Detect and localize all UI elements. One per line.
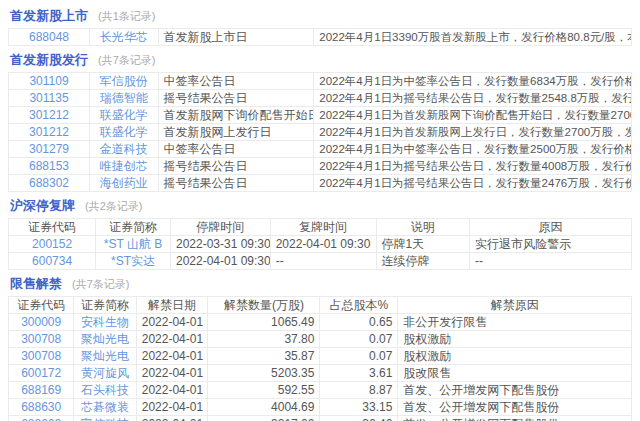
data-cell: 2022年4月1日为首发新股网下询价配售开始日，发行数量2700万股，发行... — [314, 107, 632, 124]
stock-name-cell: 安科生物 — [74, 314, 136, 331]
stock-code-cell: 688630 — [9, 399, 74, 416]
stock-name-link[interactable]: 聚灿光电 — [81, 349, 129, 363]
stock-code-cell: 301212 — [9, 107, 90, 124]
data-cell: 首发新股网上发行日 — [158, 124, 314, 141]
stock-code-cell: 688169 — [9, 382, 74, 399]
data-cell: 0.65 — [320, 314, 398, 331]
record-count: (共7条记录) — [98, 53, 155, 68]
stock-code-cell: 600172 — [9, 365, 74, 382]
stock-name-cell: 聚灿光电 — [74, 348, 136, 365]
suspension-resumption-table: 证券代码证券简称停牌时间复牌时间说明原因200152*ST 山航 B2022-0… — [8, 218, 632, 270]
stock-name-link[interactable]: 芯碁微装 — [81, 400, 129, 414]
stock-code-link[interactable]: 301212 — [29, 108, 69, 122]
stock-name-cell: 联盛化学 — [89, 107, 158, 124]
stock-code-link[interactable]: 688302 — [29, 176, 69, 190]
column-header: 证券代码 — [9, 219, 96, 236]
stock-name-cell: *ST 山航 B — [96, 236, 171, 253]
data-cell: 首发新股上市日 — [158, 29, 314, 46]
stock-name-link[interactable]: 唯捷创芯 — [100, 159, 148, 173]
stock-code-link[interactable]: 300708 — [21, 349, 61, 363]
table-row: 300708聚灿光电2022-04-0135.870.07股权激励 — [9, 348, 632, 365]
section-header: 首发新股发行 (共7条记录) — [10, 51, 632, 69]
stock-code-cell: 300708 — [9, 331, 74, 348]
section-title: 限售解禁 — [10, 275, 62, 293]
column-header: 解禁数量(万股) — [208, 297, 320, 314]
data-cell: 股权激励 — [398, 331, 632, 348]
stock-name-link[interactable]: 金道科技 — [100, 142, 148, 156]
data-cell: 股改限售 — [398, 365, 632, 382]
table-row: 200152*ST 山航 B2022-03-31 09:302022-04-01… — [9, 236, 632, 253]
data-cell: 2022-04-01 — [136, 348, 208, 365]
stock-name-link[interactable]: 石头科技 — [81, 383, 129, 397]
data-cell: 摇号结果公告日 — [158, 158, 314, 175]
section-header: 限售解禁 (共7条记录) — [10, 275, 632, 293]
data-cell: 35.87 — [208, 348, 320, 365]
stock-name-link[interactable]: 黄河旋风 — [81, 366, 129, 380]
data-cell: 摇号结果公告日 — [158, 175, 314, 192]
column-header: 解禁日期 — [136, 297, 208, 314]
table-row: 688153唯捷创芯摇号结果公告日2022年4月1日为摇号结果公告日，发行数量4… — [9, 158, 632, 175]
stock-name-link[interactable]: 联盛化学 — [100, 108, 148, 122]
stock-code-link[interactable]: 688169 — [21, 383, 61, 397]
stock-name-link[interactable]: 长光华芯 — [100, 30, 148, 44]
table-row: 688302海创药业摇号结果公告日2022年4月1日为摇号结果公告日，发行数量2… — [9, 175, 632, 192]
stock-code-cell: 301212 — [9, 124, 90, 141]
stock-code-link[interactable]: 301135 — [29, 91, 68, 105]
stock-code-link[interactable]: 301109 — [29, 74, 68, 88]
stock-code-link[interactable]: 301279 — [29, 142, 69, 156]
data-cell: 2022-04-01 — [136, 399, 208, 416]
table-row: 300009安科生物2022-04-011065.490.65非公开发行限售 — [9, 314, 632, 331]
stock-name-cell: 黄河旋风 — [74, 365, 136, 382]
stock-name-link[interactable]: 瑞德智能 — [100, 91, 148, 105]
data-cell: 2022年4月1日为中签率公告日，发行数量6834万股，发行价格34.81元/股… — [314, 73, 632, 90]
table-header-row: 证券代码证券简称解禁日期解禁数量(万股)占总股本%解禁原因 — [9, 297, 632, 314]
column-header: 占总股本% — [320, 297, 398, 314]
stock-name-link[interactable]: 军信股份 — [100, 74, 148, 88]
stock-events-page: 首发新股上市 (共1条记录) 688048长光华芯首发新股上市日2022年4月1… — [0, 0, 640, 421]
stock-name-link[interactable]: 海创药业 — [100, 176, 148, 190]
stock-name-cell: 金道科技 — [89, 141, 158, 158]
column-header: 证券代码 — [9, 297, 74, 314]
stock-code-link[interactable]: 600172 — [21, 366, 61, 380]
stock-name-link[interactable]: 富信科技 — [81, 417, 129, 421]
stock-code-link[interactable]: 301212 — [29, 125, 69, 139]
stock-code-link[interactable]: 600734 — [32, 254, 72, 268]
record-count: (共2条记录) — [85, 199, 142, 214]
stock-name-cell: 联盛化学 — [89, 124, 158, 141]
record-count: (共7条记录) — [72, 277, 129, 292]
stock-code-link[interactable]: 300708 — [21, 332, 61, 346]
table-row: 300708聚灿光电2022-04-0137.800.07股权激励 — [9, 331, 632, 348]
stock-code-link[interactable]: 200152 — [32, 237, 72, 251]
stock-code-link[interactable]: 688662 — [21, 417, 61, 421]
stock-code-link[interactable]: 300009 — [21, 315, 61, 329]
column-header: 解禁原因 — [398, 297, 632, 314]
stock-name-link[interactable]: *ST实达 — [111, 254, 155, 268]
data-cell: 2022-04-01 — [136, 331, 208, 348]
data-cell: 2022年4月1日为中签率公告日，发行数量2500万股，发行价格31.2元/股，… — [314, 141, 632, 158]
stock-name-link[interactable]: 安科生物 — [81, 315, 129, 329]
data-cell: 2022-04-01 09:30 — [170, 253, 270, 270]
stock-code-cell: 600734 — [9, 253, 96, 270]
data-cell: 首发、公开增发网下配售股份 — [398, 416, 632, 421]
section-restricted-share-unlock: 限售解禁 (共7条记录) 证券代码证券简称解禁日期解禁数量(万股)占总股本%解禁… — [8, 275, 632, 421]
column-header: 证券简称 — [96, 219, 171, 236]
ipo-listing-table: 688048长光华芯首发新股上市日2022年4月1日3390万股首发新股上市，发… — [8, 28, 632, 46]
stock-name-link[interactable]: 联盛化学 — [100, 125, 148, 139]
stock-code-link[interactable]: 688630 — [21, 400, 61, 414]
section-title: 首发新股上市 — [10, 7, 88, 25]
data-cell: 0.07 — [320, 348, 398, 365]
data-cell: 37.80 — [208, 331, 320, 348]
stock-code-cell: 688302 — [9, 175, 90, 192]
stock-name-link[interactable]: *ST 山航 B — [104, 237, 162, 251]
data-cell: 摇号结果公告日 — [158, 90, 314, 107]
stock-code-cell: 688662 — [9, 416, 74, 421]
data-cell: 592.55 — [208, 382, 320, 399]
stock-code-link[interactable]: 688153 — [29, 159, 69, 173]
stock-code-link[interactable]: 688048 — [29, 30, 69, 44]
data-cell: 2022-04-01 — [136, 365, 208, 382]
table-row: 301212联盛化学首发新股网下询价配售开始日2022年4月1日为首发新股网下询… — [9, 107, 632, 124]
stock-name-link[interactable]: 聚灿光电 — [81, 332, 129, 346]
data-cell: 4004.69 — [208, 399, 320, 416]
record-count: (共1条记录) — [98, 9, 155, 24]
data-cell: 36.46 — [320, 416, 398, 421]
